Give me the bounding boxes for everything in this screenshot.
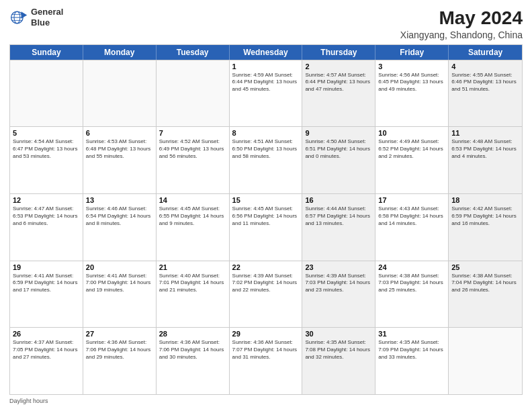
day-number: 16 — [305, 196, 372, 204]
cell-info: Sunrise: 4:49 AM Sunset: 6:52 PM Dayligh… — [378, 138, 445, 160]
calendar-row: 12Sunrise: 4:47 AM Sunset: 6:53 PM Dayli… — [10, 193, 522, 261]
cell-info: Sunrise: 4:43 AM Sunset: 6:58 PM Dayligh… — [378, 205, 445, 227]
main-title: May 2024 — [400, 7, 523, 30]
calendar-row: 1Sunrise: 4:59 AM Sunset: 6:44 PM Daylig… — [10, 60, 522, 127]
calendar-cell — [83, 60, 157, 127]
title-block: May 2024 Xiangyang, Shandong, China — [400, 7, 523, 40]
cell-info: Sunrise: 4:38 AM Sunset: 7:03 PM Dayligh… — [378, 273, 445, 294]
day-number: 26 — [13, 330, 80, 338]
calendar-header-cell: Tuesday — [157, 45, 230, 60]
day-number: 30 — [305, 330, 372, 338]
calendar-cell — [10, 60, 83, 127]
logo-icon — [9, 8, 28, 27]
day-number: 9 — [305, 129, 372, 137]
calendar-cell: 8Sunrise: 4:51 AM Sunset: 6:50 PM Daylig… — [230, 127, 303, 193]
calendar-cell: 25Sunrise: 4:38 AM Sunset: 7:04 PM Dayli… — [449, 261, 522, 328]
day-number: 14 — [159, 196, 226, 204]
day-number: 19 — [13, 263, 80, 271]
day-number: 15 — [232, 196, 300, 204]
day-number: 24 — [378, 263, 445, 271]
day-number: 25 — [451, 263, 519, 271]
calendar-cell — [449, 328, 522, 394]
cell-info: Sunrise: 4:55 AM Sunset: 6:46 PM Dayligh… — [451, 72, 519, 93]
footer-text: Daylight hours — [9, 398, 48, 404]
day-number: 22 — [232, 263, 300, 271]
calendar-cell: 20Sunrise: 4:41 AM Sunset: 7:00 PM Dayli… — [83, 261, 157, 328]
calendar-header: SundayMondayTuesdayWednesdayThursdayFrid… — [10, 45, 522, 60]
cell-info: Sunrise: 4:42 AM Sunset: 6:59 PM Dayligh… — [451, 205, 519, 227]
cell-info: Sunrise: 4:39 AM Sunset: 7:02 PM Dayligh… — [232, 273, 300, 294]
day-number: 1 — [232, 62, 300, 71]
day-number: 10 — [378, 129, 445, 137]
day-number: 8 — [232, 129, 300, 137]
cell-info: Sunrise: 4:41 AM Sunset: 7:00 PM Dayligh… — [86, 273, 153, 294]
cell-info: Sunrise: 4:36 AM Sunset: 7:06 PM Dayligh… — [86, 339, 153, 361]
cell-info: Sunrise: 4:57 AM Sunset: 6:44 PM Dayligh… — [305, 72, 372, 93]
calendar-cell: 3Sunrise: 4:56 AM Sunset: 6:45 PM Daylig… — [375, 60, 449, 127]
page: General Blue May 2024 Xiangyang, Shandon… — [0, 0, 532, 411]
calendar-cell: 31Sunrise: 4:35 AM Sunset: 7:09 PM Dayli… — [375, 328, 449, 394]
cell-info: Sunrise: 4:56 AM Sunset: 6:45 PM Dayligh… — [378, 72, 445, 93]
day-number: 29 — [232, 330, 300, 338]
calendar-cell: 2Sunrise: 4:57 AM Sunset: 6:44 PM Daylig… — [302, 60, 375, 127]
day-number: 3 — [378, 62, 445, 71]
cell-info: Sunrise: 4:40 AM Sunset: 7:01 PM Dayligh… — [159, 273, 226, 294]
day-number: 11 — [451, 129, 519, 137]
header: General Blue May 2024 Xiangyang, Shandon… — [9, 7, 523, 40]
calendar-cell: 27Sunrise: 4:36 AM Sunset: 7:06 PM Dayli… — [83, 328, 157, 394]
calendar-cell: 24Sunrise: 4:38 AM Sunset: 7:03 PM Dayli… — [375, 261, 449, 328]
calendar-cell: 13Sunrise: 4:46 AM Sunset: 6:54 PM Dayli… — [83, 194, 157, 261]
calendar-cell — [157, 60, 230, 127]
day-number: 27 — [86, 330, 153, 338]
day-number: 6 — [86, 129, 153, 137]
calendar-header-cell: Wednesday — [230, 45, 303, 60]
cell-info: Sunrise: 4:36 AM Sunset: 7:07 PM Dayligh… — [232, 339, 300, 361]
calendar-cell: 23Sunrise: 4:39 AM Sunset: 7:03 PM Dayli… — [302, 261, 375, 328]
cell-info: Sunrise: 4:45 AM Sunset: 6:56 PM Dayligh… — [232, 205, 300, 227]
day-number: 28 — [159, 330, 226, 338]
day-number: 12 — [13, 196, 80, 204]
calendar-header-cell: Friday — [375, 45, 449, 60]
calendar-cell: 22Sunrise: 4:39 AM Sunset: 7:02 PM Dayli… — [230, 261, 303, 328]
calendar-body: 1Sunrise: 4:59 AM Sunset: 6:44 PM Daylig… — [10, 60, 522, 394]
cell-info: Sunrise: 4:36 AM Sunset: 7:06 PM Dayligh… — [159, 339, 226, 361]
calendar-row: 26Sunrise: 4:37 AM Sunset: 7:05 PM Dayli… — [10, 327, 522, 394]
calendar-header-cell: Sunday — [10, 45, 83, 60]
cell-info: Sunrise: 4:39 AM Sunset: 7:03 PM Dayligh… — [305, 273, 372, 294]
day-number: 7 — [159, 129, 226, 137]
cell-info: Sunrise: 4:53 AM Sunset: 6:48 PM Dayligh… — [86, 138, 153, 160]
footer: Daylight hours — [9, 398, 523, 404]
cell-info: Sunrise: 4:35 AM Sunset: 7:08 PM Dayligh… — [305, 339, 372, 361]
calendar-cell: 1Sunrise: 4:59 AM Sunset: 6:44 PM Daylig… — [230, 60, 303, 127]
calendar-header-cell: Thursday — [302, 45, 375, 60]
calendar-cell: 14Sunrise: 4:45 AM Sunset: 6:55 PM Dayli… — [157, 194, 230, 261]
calendar-cell: 11Sunrise: 4:48 AM Sunset: 6:53 PM Dayli… — [449, 127, 522, 193]
day-number: 31 — [378, 330, 445, 338]
day-number: 13 — [86, 196, 153, 204]
calendar-header-cell: Monday — [83, 45, 157, 60]
cell-info: Sunrise: 4:41 AM Sunset: 6:59 PM Dayligh… — [13, 273, 80, 294]
calendar-cell: 5Sunrise: 4:54 AM Sunset: 6:47 PM Daylig… — [10, 127, 83, 193]
cell-info: Sunrise: 4:59 AM Sunset: 6:44 PM Dayligh… — [232, 72, 300, 93]
day-number: 17 — [378, 196, 445, 204]
logo-line2: Blue — [31, 17, 63, 28]
calendar-cell: 30Sunrise: 4:35 AM Sunset: 7:08 PM Dayli… — [302, 328, 375, 394]
cell-info: Sunrise: 4:35 AM Sunset: 7:09 PM Dayligh… — [378, 339, 445, 361]
cell-info: Sunrise: 4:48 AM Sunset: 6:53 PM Dayligh… — [451, 138, 519, 160]
calendar-cell: 26Sunrise: 4:37 AM Sunset: 7:05 PM Dayli… — [10, 328, 83, 394]
logo-line1: General — [31, 7, 63, 17]
calendar-cell: 17Sunrise: 4:43 AM Sunset: 6:58 PM Dayli… — [375, 194, 449, 261]
cell-info: Sunrise: 4:54 AM Sunset: 6:47 PM Dayligh… — [13, 138, 80, 160]
calendar-cell: 12Sunrise: 4:47 AM Sunset: 6:53 PM Dayli… — [10, 194, 83, 261]
cell-info: Sunrise: 4:52 AM Sunset: 6:49 PM Dayligh… — [159, 138, 226, 160]
cell-info: Sunrise: 4:47 AM Sunset: 6:53 PM Dayligh… — [13, 205, 80, 227]
day-number: 23 — [305, 263, 372, 271]
calendar-cell: 29Sunrise: 4:36 AM Sunset: 7:07 PM Dayli… — [230, 328, 303, 394]
cell-info: Sunrise: 4:44 AM Sunset: 6:57 PM Dayligh… — [305, 205, 372, 227]
calendar-row: 5Sunrise: 4:54 AM Sunset: 6:47 PM Daylig… — [10, 126, 522, 193]
day-number: 20 — [86, 263, 153, 271]
calendar-cell: 6Sunrise: 4:53 AM Sunset: 6:48 PM Daylig… — [83, 127, 157, 193]
cell-info: Sunrise: 4:51 AM Sunset: 6:50 PM Dayligh… — [232, 138, 300, 160]
calendar-cell: 19Sunrise: 4:41 AM Sunset: 6:59 PM Dayli… — [10, 261, 83, 328]
calendar-cell: 10Sunrise: 4:49 AM Sunset: 6:52 PM Dayli… — [375, 127, 449, 193]
